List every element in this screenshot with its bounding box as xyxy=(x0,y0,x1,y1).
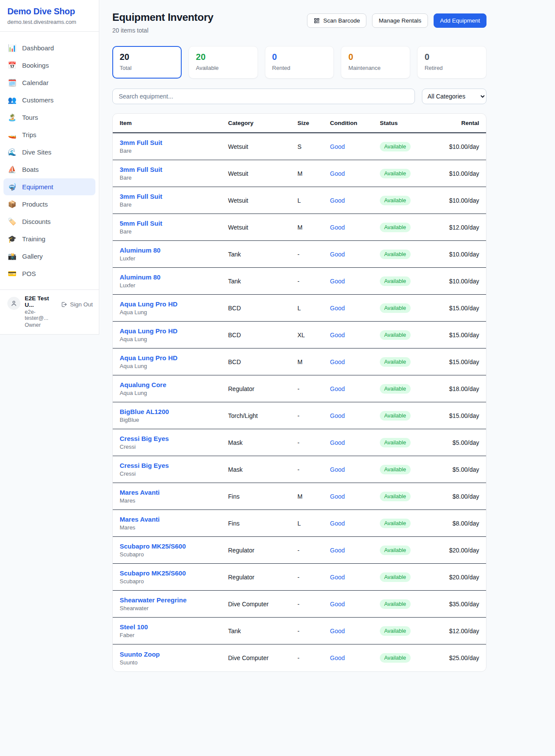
item-brand: Bare xyxy=(120,174,228,181)
size-cell: - xyxy=(297,385,330,392)
status-cell: Available xyxy=(380,303,441,313)
sidebar-item-boats[interactable]: ⛵Boats xyxy=(3,161,95,178)
table-row: 3mm Full SuitBareWetsuitSGoodAvailable$1… xyxy=(113,133,486,160)
condition-link[interactable]: Good xyxy=(330,251,380,258)
condition-link[interactable]: Good xyxy=(330,385,380,392)
sidebar-item-dashboard[interactable]: 📊Dashboard xyxy=(3,39,95,56)
rental-price: $15.00/day xyxy=(441,358,479,365)
sidebar-item-equipment[interactable]: 🤿Equipment xyxy=(3,178,95,195)
manage-rentals-button[interactable]: Manage Rentals xyxy=(372,13,428,28)
condition-link[interactable]: Good xyxy=(330,412,380,419)
item-name-link[interactable]: Aqua Lung Pro HD xyxy=(120,354,228,362)
table-row: Steel 100FaberTank-GoodAvailable$12.00/d… xyxy=(113,618,486,644)
stat-card-available[interactable]: 20Available xyxy=(189,46,258,79)
item-name-link[interactable]: Steel 100 xyxy=(120,623,228,631)
stat-value: 20 xyxy=(120,52,174,62)
sidebar-item-pos[interactable]: 💳POS xyxy=(3,265,95,282)
item-cell: Mares AvantiMares xyxy=(120,489,228,504)
item-name-link[interactable]: Aqualung Core xyxy=(120,381,228,388)
sidebar-item-discounts[interactable]: 🏷️Discounts xyxy=(3,213,95,230)
status-cell: Available xyxy=(380,142,441,151)
item-name-link[interactable]: Mares Avanti xyxy=(120,516,228,523)
condition-link[interactable]: Good xyxy=(330,574,380,581)
sidebar-item-label: Dashboard xyxy=(22,44,54,52)
rental-price: $15.00/day xyxy=(441,412,479,419)
condition-link[interactable]: Good xyxy=(330,601,380,608)
condition-link[interactable]: Good xyxy=(330,493,380,500)
item-name-link[interactable]: Scubapro MK25/S600 xyxy=(120,569,228,577)
stat-card-rented[interactable]: 0Rented xyxy=(265,46,334,79)
rental-price: $10.00/day xyxy=(441,170,479,177)
sidebar-item-label: Dive Sites xyxy=(22,148,52,156)
condition-link[interactable]: Good xyxy=(330,143,380,150)
sidebar-item-tours[interactable]: 🏝️Tours xyxy=(3,109,95,126)
items-total-count: 20 items total xyxy=(112,27,213,34)
condition-link[interactable]: Good xyxy=(330,305,380,312)
condition-link[interactable]: Good xyxy=(330,224,380,231)
condition-link[interactable]: Good xyxy=(330,466,380,473)
sidebar-item-gallery[interactable]: 📸Gallery xyxy=(3,248,95,265)
item-name-link[interactable]: Cressi Big Eyes xyxy=(120,462,228,469)
condition-link[interactable]: Good xyxy=(330,547,380,554)
condition-link[interactable]: Good xyxy=(330,358,380,365)
item-name-link[interactable]: 3mm Full Suit xyxy=(120,193,228,200)
item-name-link[interactable]: 5mm Full Suit xyxy=(120,220,228,227)
manage-rentals-label: Manage Rentals xyxy=(379,17,421,24)
stat-card-retired[interactable]: 0Retired xyxy=(417,46,486,79)
status-cell: Available xyxy=(380,411,441,421)
sidebar-item-label: POS xyxy=(22,270,36,277)
table-row: 3mm Full SuitBareWetsuitLGoodAvailable$1… xyxy=(113,187,486,214)
sidebar-item-products[interactable]: 📦Products xyxy=(3,196,95,213)
sidebar-item-calendar[interactable]: 🗓️Calendar xyxy=(3,74,95,91)
category-cell: Mask xyxy=(228,466,297,473)
item-cell: Cressi Big EyesCressi xyxy=(120,462,228,477)
add-equipment-button[interactable]: Add Equipment xyxy=(434,13,486,28)
sidebar-item-label: Products xyxy=(22,201,48,208)
status-cell: Available xyxy=(380,519,441,528)
category-cell: Fins xyxy=(228,493,297,500)
item-name-link[interactable]: 3mm Full Suit xyxy=(120,166,228,173)
item-name-link[interactable]: Cressi Big Eyes xyxy=(120,435,228,442)
condition-link[interactable]: Good xyxy=(330,654,380,661)
sidebar-item-customers[interactable]: 👥Customers xyxy=(3,92,95,108)
brand-name[interactable]: Demo Dive Shop xyxy=(7,7,91,16)
item-name-link[interactable]: Aluminum 80 xyxy=(120,247,228,254)
sidebar-item-label: Customers xyxy=(22,96,54,104)
category-select[interactable]: All Categories xyxy=(422,89,486,104)
item-name-link[interactable]: Aqua Lung Pro HD xyxy=(120,327,228,335)
sidebar-item-trips[interactable]: 🚤Trips xyxy=(3,126,95,143)
search-input[interactable] xyxy=(112,89,415,104)
item-name-link[interactable]: Scubapro MK25/S600 xyxy=(120,542,228,550)
sidebar-item-bookings[interactable]: 📅Bookings xyxy=(3,57,95,74)
item-name-link[interactable]: Aluminum 80 xyxy=(120,273,228,281)
condition-link[interactable]: Good xyxy=(330,170,380,177)
app-root: Demo Dive Shop demo.test.divestreams.com… xyxy=(0,0,555,689)
item-name-link[interactable]: Mares Avanti xyxy=(120,489,228,496)
sidebar-item-training[interactable]: 🎓Training xyxy=(3,230,95,247)
condition-link[interactable]: Good xyxy=(330,520,380,527)
item-cell: Suunto ZoopSuunto xyxy=(120,651,228,666)
category-cell: Tank xyxy=(228,278,297,285)
scan-barcode-button[interactable]: Scan Barcode xyxy=(307,13,367,28)
item-cell: Mares AvantiMares xyxy=(120,516,228,531)
sign-out-button[interactable]: Sign Out xyxy=(61,301,93,308)
sidebar-item-dive-sites[interactable]: 🌊Dive Sites xyxy=(3,144,95,161)
item-name-link[interactable]: Shearwater Peregrine xyxy=(120,596,228,604)
page-header: Equipment Inventory 20 items total Scan … xyxy=(112,11,486,34)
condition-link[interactable]: Good xyxy=(330,332,380,339)
condition-link[interactable]: Good xyxy=(330,628,380,634)
item-name-link[interactable]: 3mm Full Suit xyxy=(120,139,228,146)
condition-link[interactable]: Good xyxy=(330,439,380,446)
discounts-tag-icon: 🏷️ xyxy=(8,217,16,226)
item-name-link[interactable]: BigBlue AL1200 xyxy=(120,408,228,415)
sidebar-item-label: Bookings xyxy=(22,62,49,69)
item-name-link[interactable]: Suunto Zoop xyxy=(120,651,228,658)
item-name-link[interactable]: Aqua Lung Pro HD xyxy=(120,300,228,308)
column-header-size: Size xyxy=(297,120,330,126)
stat-card-total[interactable]: 20Total xyxy=(112,46,182,79)
stat-card-maintenance[interactable]: 0Maintenance xyxy=(341,46,410,79)
condition-link[interactable]: Good xyxy=(330,197,380,204)
condition-link[interactable]: Good xyxy=(330,278,380,285)
add-equipment-label: Add Equipment xyxy=(440,17,480,24)
item-brand: Scubapro xyxy=(120,551,228,558)
